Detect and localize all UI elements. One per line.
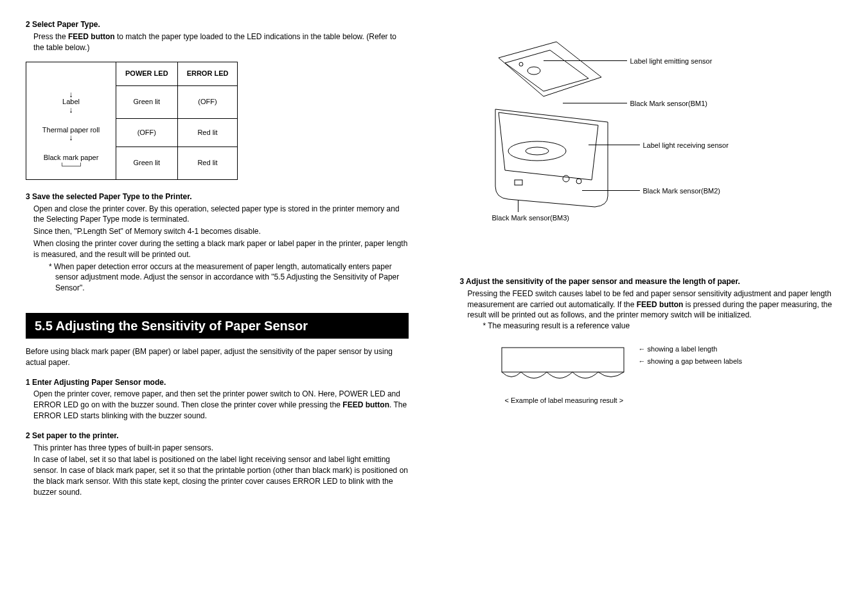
feed-button-text: FEED button: [637, 300, 684, 309]
text: Open and close the printer cover. By thi…: [33, 204, 409, 226]
leader-line: [582, 190, 640, 191]
svg-point-2: [508, 141, 566, 161]
svg-rect-4: [515, 180, 522, 185]
feed-button-text: FEED button: [342, 400, 389, 409]
callout-emit: Label light emitting sensor: [630, 57, 713, 66]
text: Since then, "P.Length Set" of Memory swi…: [33, 226, 409, 237]
arrow-gap-length: ← showing a gap between labels: [639, 357, 742, 366]
step-body: Open the printer cover, remove paper, an…: [33, 389, 409, 421]
arrow-label-length: ← showing a label length: [639, 344, 742, 354]
arrow-down-icon: ↓: [35, 92, 107, 97]
step-1-enter-mode: 1 Enter Adjusting Paper Sensor mode. Ope…: [26, 377, 409, 422]
step-2-set-paper: 2 Set paper to the printer. This printer…: [26, 431, 409, 498]
text: Press the: [33, 32, 68, 41]
step-heading: 3 Save the selected Paper Type to the Pr…: [26, 191, 409, 202]
label-arrow-legend: ← showing a label length ← showing a gap…: [639, 344, 742, 369]
table-row: Black mark paper Green lit Red lit: [26, 147, 238, 179]
callout-bm1: Black Mark sensor(BM1): [630, 99, 707, 109]
svg-point-5: [563, 175, 569, 182]
cell: Red lit: [177, 119, 238, 147]
section-title-bar: 5.5 Adjusting the Sensitivity of Paper S…: [26, 313, 409, 339]
step-body: This printer has three types of built-in…: [33, 443, 409, 498]
note-text: * When paper detection error occurs at t…: [49, 262, 409, 294]
callout-bm2: Black Mark sensor(BM2): [643, 186, 720, 196]
table-header-error: ERROR LED: [177, 62, 238, 85]
table-row: Thermal paper roll ↓ (OFF) Red lit: [26, 119, 238, 147]
cell: Red lit: [177, 147, 238, 179]
svg-point-6: [576, 179, 581, 184]
step-body: Press the FEED button to match the paper…: [33, 31, 409, 53]
leader-line: [544, 60, 627, 61]
table-row: ↓ Label ↓ Green lit (OFF): [26, 85, 238, 118]
table-header-power: POWER LED: [116, 62, 178, 85]
callout-bm3: Black Mark sensor(BM3): [492, 213, 569, 223]
label-diagram-caption: < Example of label measuring result >: [505, 396, 843, 405]
arrow-down-icon: ↓: [35, 107, 107, 112]
led-table: POWER LED ERROR LED ↓ Label ↓ Green lit …: [26, 62, 238, 179]
text: This printer has three types of built-in…: [33, 443, 409, 454]
row-label: Black mark paper: [44, 154, 99, 161]
leader-line: [518, 200, 518, 212]
step-heading: 2 Set paper to the printer.: [26, 431, 409, 441]
svg-point-3: [526, 147, 549, 155]
cell: (OFF): [177, 85, 238, 118]
text: When closing the printer cover during th…: [33, 238, 409, 260]
label-strip-illustration: [499, 344, 627, 389]
svg-point-1: [519, 62, 523, 66]
leader-line: [589, 145, 640, 145]
step-3-adjust-sensitivity: 3 Adjust the sensitivity of the paper se…: [460, 276, 843, 332]
section-intro: Before using black mark paper (BM paper)…: [26, 346, 409, 368]
callout-recv: Label light receiving sensor: [643, 141, 729, 150]
step-heading: 2 Select Paper Type.: [26, 19, 409, 30]
step-3-save-paper-type: 3 Save the selected Paper Type to the Pr…: [26, 191, 409, 294]
label-result-diagram: ← showing a label length ← showing a gap…: [499, 344, 843, 405]
text: In case of label, set it so that label i…: [33, 454, 409, 497]
printer-illustration: [460, 32, 653, 225]
step-heading: 3 Adjust the sensitivity of the paper se…: [460, 276, 843, 287]
cell: (OFF): [116, 119, 178, 147]
step-body: Open and close the printer cover. By thi…: [33, 204, 409, 294]
step-2-select-paper-type: 2 Select Paper Type. Press the FEED butt…: [26, 19, 409, 53]
svg-rect-7: [502, 348, 624, 372]
leader-line: [563, 103, 627, 103]
cell: Green lit: [116, 147, 178, 179]
cell: Green lit: [116, 85, 178, 118]
step-body: Pressing the FEED switch causes label to…: [468, 289, 843, 332]
feed-button-text: FEED button: [68, 32, 115, 41]
step-heading: 1 Enter Adjusting Paper Sensor mode.: [26, 377, 409, 388]
printer-sensor-diagram: Label light emitting sensor Black Mark s…: [460, 32, 781, 238]
arrow-down-icon: ↓: [35, 135, 107, 140]
svg-point-0: [527, 67, 540, 75]
note-text: * The measuring result is a reference va…: [483, 321, 843, 332]
